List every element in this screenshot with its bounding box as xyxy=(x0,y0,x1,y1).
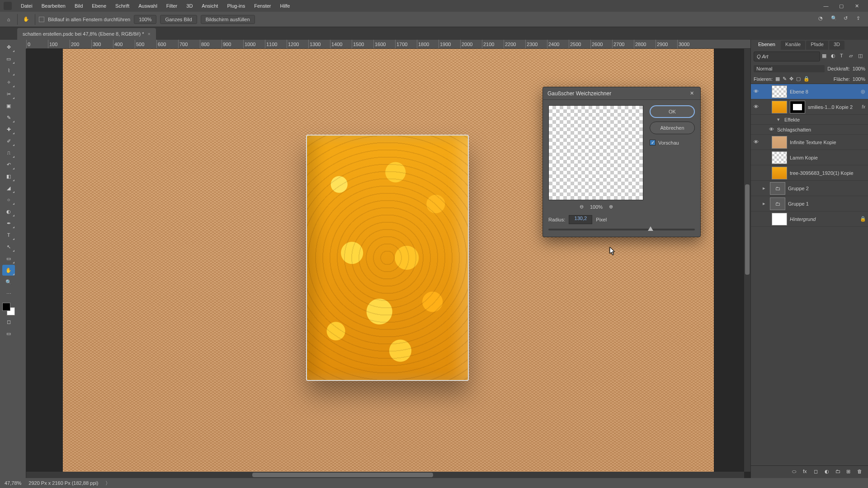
eyedropper-tool[interactable]: ✎ xyxy=(2,112,15,123)
filter-adjust-icon[interactable]: ◐ xyxy=(831,53,838,60)
chevron-icon[interactable]: ▾ xyxy=(777,117,782,122)
color-swatches[interactable] xyxy=(2,303,15,315)
menu-bearbeiten[interactable]: Bearbeiten xyxy=(37,1,70,10)
healing-tool[interactable]: ✚ xyxy=(2,124,15,135)
layer-row[interactable]: 👁Infinite Texture Kopie xyxy=(751,135,868,150)
tab-3d[interactable]: 3D xyxy=(829,41,844,50)
window-close[interactable]: ✕ xyxy=(849,0,864,12)
scrollbar-horizontal[interactable] xyxy=(26,472,744,478)
adjustment-layer-icon[interactable]: ◐ xyxy=(825,469,832,476)
window-maximize[interactable]: ▢ xyxy=(834,0,849,12)
menu-filter[interactable]: Filter xyxy=(162,1,182,10)
filter-shape-icon[interactable]: ▱ xyxy=(849,53,856,60)
layer-row[interactable]: Lamm Kopie xyxy=(751,150,868,165)
target-icon[interactable]: ◎ xyxy=(861,89,865,94)
brush-tool[interactable]: ✐ xyxy=(2,136,15,146)
pen-tool[interactable]: ✒ xyxy=(2,218,15,229)
menu-auswahl[interactable]: Auswahl xyxy=(134,1,162,10)
delete-layer-icon[interactable]: 🗑 xyxy=(857,469,864,476)
new-layer-icon[interactable]: ⊞ xyxy=(846,469,854,476)
visibility-icon[interactable] xyxy=(754,185,760,192)
scrollbar-h-thumb[interactable] xyxy=(252,473,433,477)
layer-row[interactable]: 👁Ebene 8◎ xyxy=(751,84,868,99)
home-icon[interactable]: ⌂ xyxy=(4,14,14,24)
shape-tool[interactable]: ▭ xyxy=(2,253,15,264)
tab-close-icon[interactable]: × xyxy=(147,31,150,37)
document-tab[interactable]: schatten erstellen.psdc bei 47,8% (Ebene… xyxy=(17,28,156,40)
wand-tool[interactable]: ✧ xyxy=(2,77,15,88)
zoom-tool[interactable]: 🔍 xyxy=(2,277,15,287)
menu-ansicht[interactable]: Ansicht xyxy=(197,1,222,10)
filter-smart-icon[interactable]: ◫ xyxy=(858,53,865,60)
visibility-icon[interactable]: 👁 xyxy=(769,127,774,133)
cloud-icon[interactable]: ◔ xyxy=(818,15,826,23)
lock-position-icon[interactable]: ✎ xyxy=(783,76,787,82)
lock-all-icon[interactable]: 🔒 xyxy=(803,76,810,82)
layer-row[interactable]: ▸🗀Gruppe 2 xyxy=(751,181,868,196)
crop-tool[interactable]: ✂ xyxy=(2,89,15,99)
layer-fx-icon[interactable]: fx xyxy=(803,469,810,476)
search-icon[interactable]: 🔍 xyxy=(831,15,839,23)
frame-tool[interactable]: ▣ xyxy=(2,100,15,111)
hand-tool-icon[interactable]: ✋ xyxy=(21,14,31,24)
gaussian-blur-dialog[interactable]: Gaußscher Weichzeichner ✕ ⊖ 100% ⊕ OK Ab… xyxy=(542,87,701,237)
lock-move-icon[interactable]: ✥ xyxy=(789,76,793,82)
blur-tool[interactable]: ○ xyxy=(2,194,15,205)
lock-pixels-icon[interactable]: ▦ xyxy=(775,76,780,82)
lasso-tool[interactable]: ⌇ xyxy=(2,65,15,76)
scrollbar-vertical[interactable] xyxy=(744,49,750,472)
layer-row[interactable]: 👁Schlagschatten xyxy=(751,125,868,135)
blend-mode-select[interactable]: Normal xyxy=(754,65,825,72)
visibility-icon[interactable]: 👁 xyxy=(754,139,760,145)
layer-filter-input[interactable]: Q Art xyxy=(754,52,820,61)
gradient-tool[interactable]: ◢ xyxy=(2,183,15,193)
radius-slider-handle[interactable] xyxy=(648,226,653,231)
menu-plugins[interactable]: Plug-ins xyxy=(222,1,250,10)
ruler-horizontal[interactable]: 0100200300400500600700800900100011001200… xyxy=(26,40,750,49)
quickmask-toggle[interactable]: ◻ xyxy=(2,316,15,327)
tab-kanaele[interactable]: Kanäle xyxy=(781,41,805,50)
filter-image-icon[interactable]: ▦ xyxy=(822,53,829,60)
edit-toolbar[interactable]: ⋯ xyxy=(2,288,15,299)
fx-badge[interactable]: fx xyxy=(862,104,865,109)
status-zoom[interactable]: 47,78% xyxy=(5,480,21,486)
tab-ebenen[interactable]: Ebenen xyxy=(754,41,780,50)
radius-input[interactable]: 130,2 xyxy=(569,215,592,224)
menu-schrift[interactable]: Schrift xyxy=(111,1,134,10)
menu-hilfe[interactable]: Hilfe xyxy=(275,1,294,10)
ruler-vertical[interactable] xyxy=(17,49,26,478)
new-group-icon[interactable]: 🗀 xyxy=(835,469,843,476)
tab-pfade[interactable]: Pfade xyxy=(806,41,828,50)
status-docinfo[interactable]: 2920 Px x 2160 Px (182,88 ppi) xyxy=(28,480,98,486)
move-tool[interactable]: ✥ xyxy=(2,42,15,52)
visibility-icon[interactable] xyxy=(754,170,760,176)
path-select-tool[interactable]: ↖ xyxy=(2,241,15,252)
menu-bild[interactable]: Bild xyxy=(70,1,87,10)
layer-row[interactable]: tree-3095683_1920(1) Kopie xyxy=(751,165,868,181)
screenmode-toggle[interactable]: ▭ xyxy=(2,328,15,339)
chevron-icon[interactable]: ▸ xyxy=(763,201,767,206)
layer-row[interactable]: Hintergrund🔒 xyxy=(751,211,868,227)
visibility-icon[interactable] xyxy=(754,201,760,207)
dialog-preview[interactable] xyxy=(548,105,643,200)
fit-whole-button[interactable]: Ganzes Bild xyxy=(160,15,197,24)
window-minimize[interactable]: — xyxy=(818,0,834,12)
foreground-color-swatch[interactable] xyxy=(2,303,10,311)
fill-screen-button[interactable]: Bildschirm ausfüllen xyxy=(201,15,255,24)
zoom-out-icon[interactable]: ⊖ xyxy=(580,204,584,210)
layer-mask-icon[interactable]: ◻ xyxy=(814,469,821,476)
zoom-100-button[interactable]: 100% xyxy=(134,15,156,24)
menu-datei[interactable]: Datei xyxy=(16,1,37,10)
status-arrow[interactable]: 〉 xyxy=(105,480,110,487)
layer-row[interactable]: 👁smilies-1...0 Kopie 2fx xyxy=(751,99,868,115)
share-icon[interactable]: ⇪ xyxy=(856,15,864,23)
visibility-icon[interactable]: 👁 xyxy=(754,104,760,110)
type-tool[interactable]: T xyxy=(2,230,15,240)
menu-fenster[interactable]: Fenster xyxy=(250,1,275,10)
dodge-tool[interactable]: ◐ xyxy=(2,206,15,217)
scroll-all-checkbox[interactable] xyxy=(39,17,44,22)
marquee-tool[interactable]: ▭ xyxy=(2,53,15,64)
zoom-in-icon[interactable]: ⊕ xyxy=(609,204,613,210)
fill-value[interactable]: 100% xyxy=(853,76,865,82)
eraser-tool[interactable]: ◧ xyxy=(2,171,15,182)
